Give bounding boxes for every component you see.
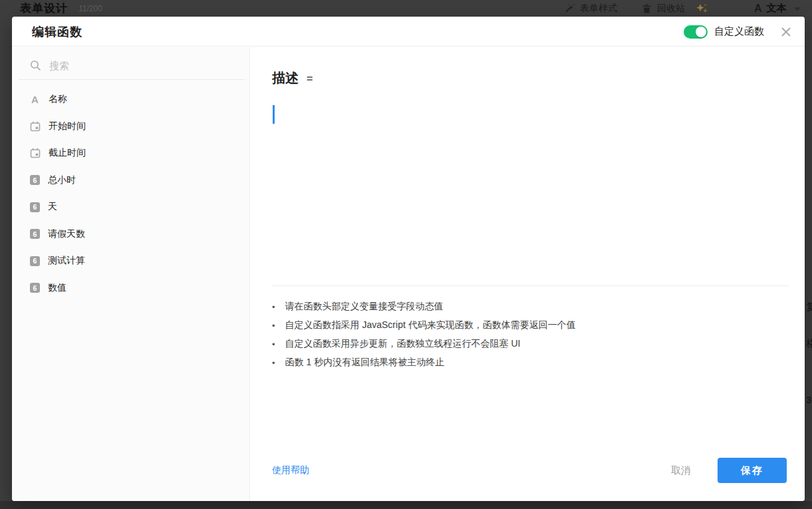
close-icon[interactable] — [779, 25, 793, 39]
chevron-down-icon — [794, 7, 801, 11]
sidebar-item-leave-days[interactable]: 6 请假天数 — [12, 221, 249, 248]
search-icon — [30, 60, 41, 71]
help-link[interactable]: 使用帮助 — [272, 464, 309, 476]
ai-sparkle-icon[interactable] — [696, 0, 708, 17]
modal-footer: 使用帮助 取消 保存 — [272, 458, 787, 483]
modal-title: 编辑函数 — [32, 24, 82, 40]
designer-topbar: 表单设计 11/200 表单样式 回收站 A 文本 — [0, 0, 812, 17]
sidebar-item-numeric[interactable]: 6 数值 — [12, 275, 249, 302]
sidebar-item-name[interactable]: A 名称 — [12, 86, 249, 113]
equals-sign: = — [307, 73, 313, 85]
recycle-bin-label: 回收站 — [657, 3, 685, 15]
custom-function-toggle[interactable] — [684, 25, 708, 39]
tips-divider — [272, 285, 789, 286]
edit-function-modal: 编辑函数 自定义函数 A 名称 — [12, 17, 805, 501]
field-search[interactable] — [19, 52, 245, 80]
field-count: 11/200 — [78, 0, 102, 18]
trash-icon — [641, 3, 652, 14]
page-title: 表单设计 — [20, 0, 68, 17]
form-style-button[interactable]: 表单样式 — [564, 0, 617, 17]
search-input[interactable] — [49, 60, 209, 71]
function-editor-panel: 描述= 请在函数头部定义变量接受字段动态值 自定义函数指采用 JavaScrip… — [251, 47, 805, 501]
number-field-icon: 6 — [30, 175, 40, 185]
sidebar-item-start-time[interactable]: 开始时间 — [12, 113, 249, 140]
custom-function-toggle-label: 自定义函数 — [714, 25, 764, 38]
code-input-area[interactable] — [272, 100, 789, 273]
magic-wand-icon — [564, 3, 575, 14]
calendar-icon — [29, 120, 41, 132]
field-type-selector[interactable]: A 文本 — [754, 0, 801, 17]
field-label: 测试计算 — [48, 255, 85, 267]
field-label: 开始时间 — [49, 120, 86, 132]
field-label: 天 — [48, 201, 57, 213]
text-field-icon: A — [29, 94, 41, 105]
text-cursor — [273, 105, 275, 124]
sidebar-item-total-hours[interactable]: 6 总小时 — [12, 167, 249, 194]
number-field-icon: 6 — [30, 202, 40, 212]
tips-list: 请在函数头部定义变量接受字段动态值 自定义函数指采用 JavaScript 代码… — [272, 301, 789, 375]
number-field-icon: 6 — [30, 256, 40, 266]
cancel-button[interactable]: 取消 — [668, 460, 694, 481]
number-field-icon: 6 — [30, 283, 40, 293]
field-label: 数值 — [48, 282, 67, 294]
form-style-label: 表单样式 — [580, 3, 617, 15]
formula-target-row: 描述= — [272, 69, 313, 87]
number-field-icon: 6 — [30, 229, 40, 239]
tip-item: 请在函数头部定义变量接受字段动态值 — [272, 301, 789, 319]
text-field-type-icon: A — [754, 3, 762, 15]
toggle-knob — [696, 27, 706, 37]
app-screen: 表单设计 11/200 表单样式 回收站 A 文本 复 格 3 编辑函数 — [0, 0, 812, 509]
modal-header: 编辑函数 自定义函数 — [12, 17, 805, 47]
clipped-panel-text: 格 — [806, 337, 812, 350]
recycle-bin-button[interactable]: 回收站 — [641, 0, 685, 17]
tip-item: 自定义函数采用异步更新，函数独立线程运行不会阻塞 UI — [272, 338, 789, 357]
field-list: A 名称 开始时间 截止时间 6 总小时 — [12, 86, 249, 301]
calendar-icon — [29, 148, 41, 159]
sidebar-item-test-calc[interactable]: 6 测试计算 — [12, 248, 249, 275]
sidebar-item-end-time[interactable]: 截止时间 — [12, 140, 249, 167]
field-label: 请假天数 — [48, 228, 85, 240]
field-label: 名称 — [49, 93, 67, 105]
clipped-panel-text: 复 — [806, 301, 812, 313]
field-label: 总小时 — [48, 174, 76, 186]
sidebar-item-days[interactable]: 6 天 — [12, 194, 249, 221]
field-label: 截止时间 — [49, 147, 86, 159]
tip-item: 函数 1 秒内没有返回结果将被主动终止 — [272, 357, 789, 375]
field-sidebar: A 名称 开始时间 截止时间 6 总小时 — [12, 47, 250, 501]
clipped-panel-text: 3 — [806, 394, 811, 405]
page-bottom-edge — [0, 501, 812, 509]
tip-item: 自定义函数指采用 JavaScript 代码来实现函数，函数体需要返回一个值 — [272, 319, 789, 338]
target-field-label: 描述 — [272, 71, 299, 85]
field-type-label: 文本 — [767, 2, 787, 15]
save-button[interactable]: 保存 — [718, 458, 787, 483]
